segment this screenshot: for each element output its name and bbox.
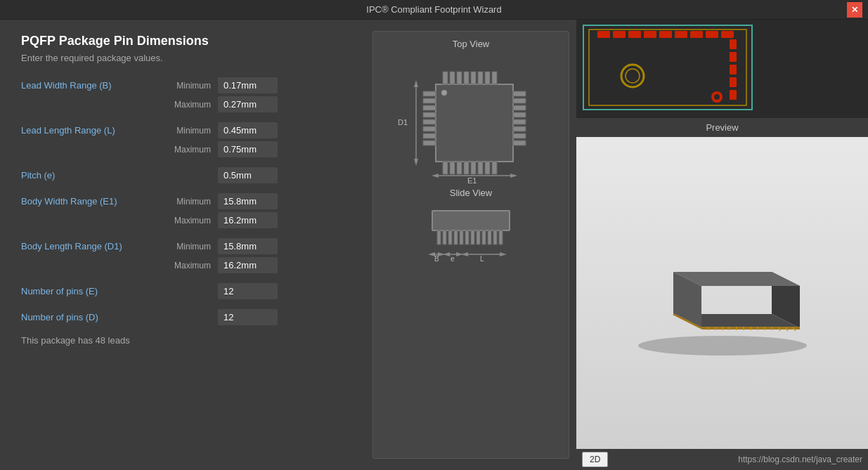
svg-rect-13 (492, 72, 497, 84)
svg-marker-65 (500, 252, 507, 256)
pins-e-section: Number of pins (E) (21, 283, 344, 299)
slide-view-label: Slide View (450, 188, 492, 198)
pins-e-label: Number of pins (E) (21, 286, 162, 296)
lead-width-max-label: Maximum (162, 100, 218, 110)
pins-d-input[interactable] (218, 309, 278, 325)
svg-rect-31 (513, 98, 526, 103)
svg-rect-83 (730, 90, 737, 100)
top-view-diagram: D1 (394, 55, 548, 185)
lead-length-max-label: Maximum (162, 145, 218, 155)
svg-rect-82 (730, 77, 737, 87)
svg-rect-46 (454, 230, 458, 244)
svg-rect-30 (513, 91, 526, 96)
svg-rect-29 (423, 141, 436, 145)
svg-marker-64 (461, 252, 468, 256)
lead-length-min-input[interactable] (218, 122, 278, 138)
svg-rect-50 (477, 230, 480, 244)
pitch-input[interactable] (218, 167, 278, 183)
preview-top-image (576, 20, 868, 118)
svg-rect-35 (513, 126, 526, 131)
lead-length-min-row: Lead Length Range (L) Minimum (21, 122, 344, 138)
svg-marker-60 (443, 252, 450, 256)
svg-rect-54 (499, 230, 503, 244)
svg-rect-12 (485, 72, 490, 84)
svg-text:D1: D1 (398, 118, 408, 126)
lead-width-max-row: Maximum (21, 96, 344, 112)
svg-rect-70 (597, 31, 610, 38)
svg-rect-8 (457, 72, 462, 84)
svg-point-5 (441, 90, 447, 96)
pitch-row: Pitch (e) (21, 167, 344, 183)
lead-length-label: Lead Length Range (L) (21, 125, 162, 136)
body-length-max-input[interactable] (218, 257, 278, 273)
svg-rect-48 (465, 230, 469, 244)
svg-rect-28 (423, 133, 436, 138)
svg-rect-79 (730, 39, 737, 49)
svg-text:B: B (434, 255, 439, 263)
preview-3d-area (576, 137, 868, 449)
svg-rect-7 (450, 72, 455, 84)
body-length-min-row: Body Length Range (D1) Minimum (21, 238, 344, 254)
lead-length-max-row: Maximum (21, 141, 344, 157)
svg-rect-37 (513, 141, 526, 145)
svg-marker-1 (414, 80, 418, 87)
svg-rect-51 (482, 230, 486, 244)
close-button[interactable]: ✕ (847, 2, 862, 18)
info-text: This package has 48 leads (21, 335, 344, 346)
svg-rect-25 (423, 112, 436, 117)
body-width-label: Body Width Range (E1) (21, 196, 162, 207)
body-width-max-input[interactable] (218, 212, 278, 228)
lead-width-min-label: Minimum (162, 81, 218, 91)
svg-rect-14 (443, 162, 448, 174)
pins-e-row: Number of pins (E) (21, 283, 344, 299)
svg-rect-34 (513, 119, 526, 124)
lead-length-min-label: Minimum (162, 126, 218, 136)
slide-view-diagram: B e L (394, 204, 548, 281)
svg-rect-44 (443, 230, 446, 244)
svg-rect-43 (437, 230, 441, 244)
svg-rect-75 (675, 31, 687, 38)
svg-text:e: e (451, 255, 455, 263)
svg-marker-39 (432, 174, 439, 178)
left-panel: PQFP Package Pin Dimensions Enter the re… (0, 20, 365, 470)
svg-rect-80 (730, 52, 737, 62)
svg-rect-71 (613, 31, 626, 38)
main-content: PQFP Package Pin Dimensions Enter the re… (0, 20, 868, 470)
svg-marker-2 (414, 159, 418, 166)
svg-rect-24 (423, 105, 436, 110)
lead-width-section: Lead Width Range (B) Minimum Maximum (21, 77, 344, 112)
lead-length-section: Lead Length Range (L) Minimum Maximum (21, 122, 344, 157)
svg-rect-76 (690, 31, 703, 38)
svg-rect-73 (644, 31, 656, 38)
svg-point-88 (638, 336, 807, 355)
body-length-min-label: Minimum (162, 242, 218, 252)
svg-rect-6 (443, 72, 448, 84)
preview-2d-button[interactable]: 2D (582, 452, 608, 467)
svg-rect-4 (436, 84, 513, 162)
body-width-max-label: Maximum (162, 216, 218, 226)
svg-point-87 (714, 94, 720, 100)
svg-rect-17 (464, 162, 469, 174)
title-bar-title: IPC® Compliant Footprint Wizard (21, 4, 847, 15)
body-width-max-row: Maximum (21, 212, 344, 228)
svg-rect-42 (432, 211, 510, 230)
lead-width-min-input[interactable] (218, 77, 278, 93)
svg-rect-27 (423, 126, 436, 131)
right-panel: Preview (576, 20, 868, 470)
svg-rect-10 (471, 72, 476, 84)
svg-rect-78 (721, 31, 734, 38)
preview-url: https://blog.csdn.net/java_creater (738, 455, 862, 464)
preview-footer: 2D https://blog.csdn.net/java_creater (576, 449, 868, 470)
body-length-max-row: Maximum (21, 257, 344, 273)
svg-rect-33 (513, 112, 526, 117)
body-width-min-input[interactable] (218, 193, 278, 209)
body-length-min-input[interactable] (218, 238, 278, 254)
top-view-label: Top View (453, 39, 490, 49)
svg-marker-40 (510, 174, 517, 178)
svg-rect-36 (513, 133, 526, 138)
body-length-section: Body Length Range (D1) Minimum Maximum (21, 238, 344, 273)
pins-d-section: Number of pins (D) (21, 309, 344, 325)
lead-length-max-input[interactable] (218, 141, 278, 157)
lead-width-max-input[interactable] (218, 96, 278, 112)
pins-e-input[interactable] (218, 283, 278, 299)
